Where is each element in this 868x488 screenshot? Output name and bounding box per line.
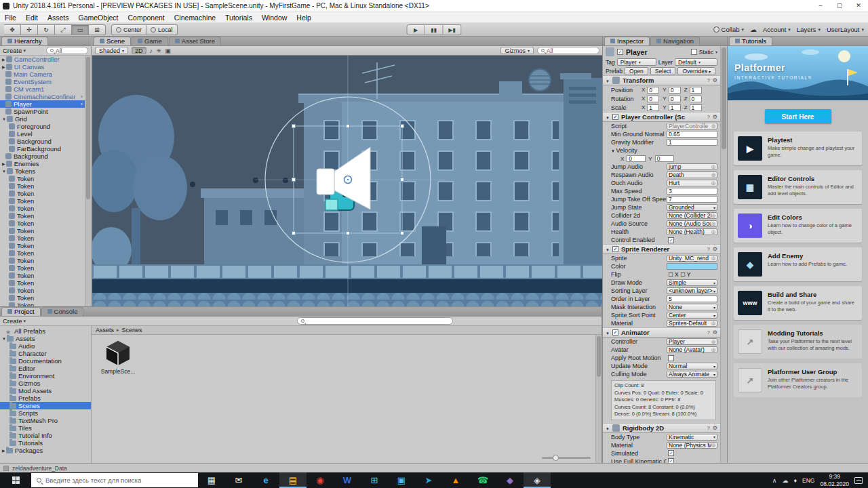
property-field[interactable]: 3: [667, 188, 717, 195]
edge-icon[interactable]: e: [252, 472, 279, 488]
foldout-arrow-icon[interactable]: [606, 77, 610, 84]
onedrive-icon[interactable]: ☁: [782, 477, 788, 484]
property-field[interactable]: ✓: [667, 458, 717, 464]
hierarchy-item[interactable]: FarBackground: [0, 145, 85, 152]
hierarchy-item[interactable]: Token: [0, 197, 85, 205]
mail-icon[interactable]: ✉: [225, 472, 252, 488]
z-field[interactable]: 0: [690, 96, 702, 102]
hierarchy-item[interactable]: Token: [0, 279, 85, 287]
hierarchy-item[interactable]: ▶ UI Canvas: [0, 63, 85, 70]
project-tree-item[interactable]: Editor: [0, 365, 91, 372]
windows-search-input[interactable]: Введите здесь текст для поиска: [31, 473, 198, 487]
menu-item[interactable]: Tutorials: [220, 14, 257, 22]
status-message[interactable]: zeldaadventure_Data: [12, 465, 67, 472]
file-explorer-icon[interactable]: ▤: [279, 472, 307, 488]
step-button[interactable]: ▶▮: [443, 24, 462, 35]
hierarchy-item[interactable]: Token: [0, 287, 85, 294]
component-header[interactable]: Rigidbody 2D ?⚙: [603, 423, 720, 433]
unity-taskbar-icon[interactable]: ◈: [524, 472, 551, 488]
foldout-arrow-icon[interactable]: [606, 424, 610, 432]
tray-expand-icon[interactable]: ∧: [772, 477, 777, 484]
tutorial-card[interactable]: ▶ Playtest Make simple change and playte…: [734, 131, 862, 165]
property-field[interactable]: None (Audio Sour: [667, 220, 717, 227]
store-icon[interactable]: ⊞: [361, 472, 388, 488]
project-tree-item[interactable]: Tutorial Info: [0, 432, 91, 439]
project-tree-item[interactable]: Mod Assets: [0, 387, 91, 394]
hand-tool[interactable]: ✥: [4, 24, 21, 35]
defender-icon[interactable]: ♦: [793, 477, 797, 484]
inspector-scrollbar[interactable]: [720, 46, 727, 463]
property-field[interactable]: Death: [667, 171, 717, 178]
menu-item[interactable]: GameObject: [74, 14, 123, 22]
thumbnail-zoom-slider[interactable]: [542, 457, 591, 459]
pivot-center-button[interactable]: Center: [111, 24, 146, 35]
2d-toggle[interactable]: 2D: [132, 47, 146, 54]
property-field[interactable]: None (Health): [667, 228, 717, 235]
gameobject-name[interactable]: Player: [626, 48, 648, 56]
console-message-icon[interactable]: [3, 466, 9, 471]
property-field[interactable]: Sprites-Default: [667, 320, 717, 327]
prefab-open-button[interactable]: Open: [625, 67, 648, 75]
foldout-arrow-icon[interactable]: [606, 329, 610, 336]
property-field[interactable]: ✓: [667, 450, 717, 457]
menu-item[interactable]: Assets: [43, 14, 74, 22]
tutorial-card[interactable]: ◆ Add Enemy Learn how to add Prefabs to …: [734, 247, 862, 281]
start-button[interactable]: [0, 472, 31, 488]
scene-view-tab[interactable]: Asset Store: [169, 37, 221, 45]
property-field[interactable]: None (Physics Ma: [667, 442, 717, 449]
y-field[interactable]: 0: [669, 96, 681, 102]
help-icon[interactable]: ?: [707, 246, 709, 252]
expand-arrow-icon[interactable]: ▼: [0, 337, 6, 341]
component-enabled-checkbox[interactable]: [612, 329, 618, 336]
menu-item[interactable]: Window: [257, 14, 292, 22]
project-tree-item[interactable]: ▼ Assets: [0, 335, 91, 342]
hierarchy-item[interactable]: Player ›: [0, 100, 85, 108]
help-icon[interactable]: ?: [707, 114, 709, 120]
scrollbar-thumb[interactable]: [722, 47, 726, 149]
menu-item[interactable]: Component: [123, 14, 169, 22]
property-field[interactable]: jump: [667, 163, 717, 170]
property-field[interactable]: Grounded: [667, 204, 717, 211]
property-field[interactable]: Unity_MC_rend: [667, 255, 717, 262]
hierarchy-item[interactable]: Token: [0, 182, 85, 190]
scene-view-tab[interactable]: Scene: [94, 37, 131, 45]
project-scrollbar[interactable]: [595, 335, 601, 463]
y-field[interactable]: 0: [669, 87, 681, 94]
tab-tutorials[interactable]: Tutorials: [729, 37, 772, 45]
menu-item[interactable]: Cinemachine: [170, 14, 220, 22]
project-tree-item[interactable]: Scripts: [0, 409, 91, 417]
tutorial-card[interactable]: ↗ Modding Tutorials Take your Platformer…: [734, 325, 862, 359]
scene-view-tab[interactable]: Game: [132, 37, 168, 45]
photos-icon[interactable]: ▣: [388, 472, 415, 488]
hierarchy-item[interactable]: Background: [0, 152, 85, 160]
hierarchy-item[interactable]: ▼ Tokens: [0, 167, 85, 175]
property-field[interactable]: None (Avatar): [667, 346, 717, 353]
component-header[interactable]: Animator ?⚙: [603, 327, 720, 338]
hierarchy-item[interactable]: EventSystem: [0, 78, 85, 85]
scale-tool[interactable]: ⤢: [55, 24, 72, 35]
property-field[interactable]: Hurt: [667, 180, 717, 186]
project-content[interactable]: Assets ▸ Scenes SampleSce...: [92, 326, 601, 463]
hierarchy-item[interactable]: ▼ Grid: [0, 115, 85, 123]
collab-dropdown[interactable]: Collab: [713, 26, 744, 33]
tab-project[interactable]: Project: [1, 307, 41, 316]
tutorial-card[interactable]: ◑ Edit Colors Learn how to change color …: [734, 209, 862, 243]
hierarchy-item[interactable]: ▶ GameController: [0, 56, 85, 63]
scene-lighting-icon[interactable]: ☀: [156, 47, 161, 54]
chrome-icon[interactable]: ◉: [307, 472, 334, 488]
language-indicator[interactable]: ENG: [802, 477, 814, 484]
help-icon[interactable]: ?: [707, 425, 709, 431]
static-checkbox[interactable]: [691, 49, 697, 55]
active-checkbox[interactable]: [617, 49, 623, 55]
slider-knob[interactable]: [553, 455, 559, 461]
property-field[interactable]: Always Animate: [667, 371, 717, 378]
hierarchy-item[interactable]: Token: [0, 175, 85, 182]
property-field[interactable]: <unknown layer>: [667, 287, 717, 294]
hierarchy-item[interactable]: CM vcam1: [0, 85, 85, 93]
play-button[interactable]: ▶: [407, 24, 425, 35]
tutorial-card[interactable]: www Build and Share Create a build of yo…: [734, 286, 862, 320]
help-icon[interactable]: ?: [707, 329, 709, 336]
hierarchy-item[interactable]: Token: [0, 212, 85, 220]
property-field[interactable]: Simple: [667, 279, 717, 286]
hierarchy-item[interactable]: ▶ Enemies: [0, 160, 85, 167]
